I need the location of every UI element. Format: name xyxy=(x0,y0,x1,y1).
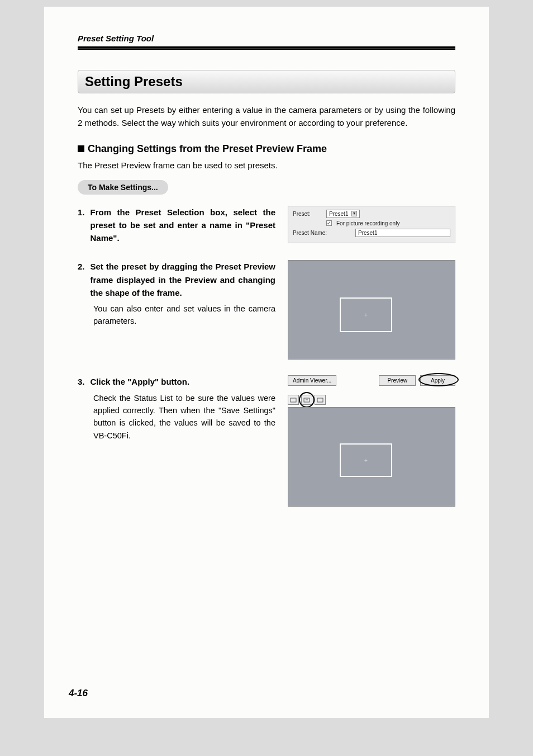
header-rule-thick xyxy=(78,46,455,49)
page-title: Setting Presets xyxy=(78,70,455,93)
subheading: Changing Settings from the Preset Previe… xyxy=(78,143,455,155)
step-body: Check the Status List to be sure the val… xyxy=(93,392,275,442)
to-make-settings-pill: To Make Settings... xyxy=(78,180,168,195)
save-icon xyxy=(317,397,323,403)
svg-rect-2 xyxy=(317,398,323,402)
recording-only-label: For picture recording only xyxy=(336,220,399,226)
toolbar-button-1[interactable] xyxy=(288,395,299,405)
step-title: Set the preset by dragging the Preset Pr… xyxy=(91,260,275,299)
preset-name-label: Preset Name: xyxy=(293,230,330,236)
step-number: 1. xyxy=(78,206,85,245)
figure-apply-preview: Admin Viewer... Preview Apply xyxy=(288,375,455,507)
header-rule-thin xyxy=(78,49,455,50)
subheading-text: Changing Settings from the Preset Previe… xyxy=(88,143,327,154)
running-header: Preset Setting Tool xyxy=(78,34,455,43)
page-number: 4-16 xyxy=(69,688,88,699)
preview-area: + xyxy=(288,407,455,507)
intro-paragraph: You can set up Presets by either enterin… xyxy=(78,103,455,130)
figure-preset-form: Preset: Preset1 ▾ ✓ For picture recordin… xyxy=(288,206,455,243)
svg-rect-0 xyxy=(291,398,296,402)
crosshair-icon: + xyxy=(364,312,368,318)
toolbar-button-2[interactable] xyxy=(301,395,312,405)
toolbar-button-3[interactable] xyxy=(315,395,326,405)
square-bullet-icon xyxy=(78,145,84,152)
preset-dropdown-value: Preset1 xyxy=(329,211,348,217)
preset-dropdown[interactable]: Preset1 ▾ xyxy=(326,210,360,218)
preset-name-input[interactable]: Preset1 xyxy=(355,229,450,237)
open-icon xyxy=(290,397,297,403)
step-number: 2. xyxy=(78,260,85,299)
step-number: 3. xyxy=(78,375,85,388)
crosshair-icon: + xyxy=(364,457,368,464)
chevron-down-icon: ▾ xyxy=(351,211,357,216)
step-title: Click the "Apply" button. xyxy=(91,375,190,388)
step-title: From the Preset Selection box, select th… xyxy=(91,206,275,245)
subheading-description: The Preset Preview frame can be used to … xyxy=(78,160,455,170)
preview-button[interactable]: Preview xyxy=(379,375,416,386)
recording-only-checkbox[interactable]: ✓ xyxy=(326,220,332,226)
figure-preview-frame: + xyxy=(288,260,455,360)
load-icon xyxy=(303,397,310,403)
preset-label: Preset: xyxy=(293,211,322,217)
admin-viewer-button[interactable]: Admin Viewer... xyxy=(288,375,336,386)
preset-preview-frame[interactable]: + xyxy=(340,297,392,332)
step-body: You can also enter and set values in the… xyxy=(93,303,275,328)
apply-button[interactable]: Apply xyxy=(420,375,455,386)
preset-preview-frame[interactable]: + xyxy=(340,443,392,477)
